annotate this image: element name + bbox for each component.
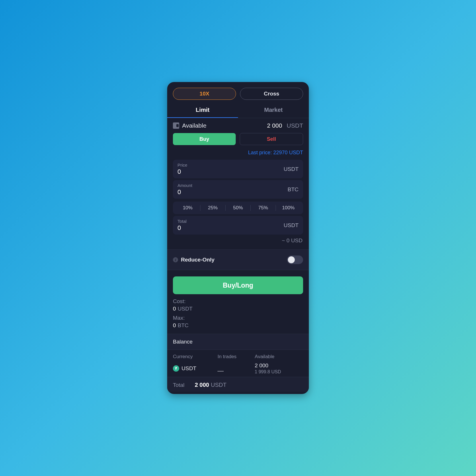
amount-unit: BTC [288, 186, 299, 193]
price-field[interactable]: Price USDT [173, 160, 303, 178]
balance-row: ₮ USDT __ 2 000 1 999.8 USD [173, 362, 303, 374]
available-row: Available 2 000 USDT [167, 118, 309, 132]
reduce-only-toggle[interactable] [287, 255, 303, 264]
sell-side-button[interactable]: Sell [240, 133, 303, 145]
last-price-link[interactable]: Last price: 22970 USDT [167, 148, 309, 158]
side-row: Buy Sell [167, 132, 309, 148]
amount-field[interactable]: Amount BTC [173, 180, 303, 199]
percent-preset-75[interactable]: 75% [251, 205, 276, 211]
available-unit: USDT [287, 122, 303, 129]
total-unit: USDT [284, 222, 299, 229]
order-type-tabs: Limit Market [167, 103, 309, 118]
order-meta: Cost: 0 USDT Max: 0 BTC [167, 298, 309, 334]
order-panel: 10X Cross Limit Market Available 2 000 U… [167, 82, 309, 394]
leverage-pill[interactable]: 10X [173, 88, 236, 100]
balance-available: 2 000 [255, 362, 303, 369]
available-amount: 2 000 [267, 122, 282, 129]
percent-preset-50[interactable]: 50% [226, 205, 251, 211]
price-unit: USDT [284, 166, 299, 172]
tab-limit[interactable]: Limit [167, 103, 238, 118]
balance-table: Currency In trades Available ₮ USDT __ 2… [167, 350, 309, 377]
amount-label: Amount [177, 183, 299, 188]
percent-preset-100[interactable]: 100% [276, 205, 301, 211]
balance-total-row: Total 2 000USDT [167, 377, 309, 392]
total-label: Total [177, 219, 299, 224]
max-label: Max: [173, 315, 185, 321]
info-icon[interactable]: i [173, 257, 178, 262]
price-label: Price [177, 163, 299, 167]
usdt-icon: ₮ [173, 365, 179, 372]
reduce-only-label: Reduce-Only [181, 257, 284, 263]
balance-total-label: Total [173, 382, 184, 388]
balance-in-trades: __ [218, 365, 255, 372]
col-available: Available [255, 354, 303, 360]
cost-label: Cost: [173, 298, 186, 305]
amount-input[interactable] [177, 188, 299, 196]
balance-symbol: USDT [182, 365, 196, 372]
balance-total-value: 2 000 [195, 382, 209, 388]
submit-buy-long-button[interactable]: Buy/Long [173, 276, 303, 294]
price-input[interactable] [177, 167, 299, 175]
toggle-knob [288, 256, 295, 263]
cost-value: 0 [173, 306, 176, 312]
available-label: Available [182, 122, 206, 129]
margin-mode-pill[interactable]: Cross [240, 88, 303, 100]
wallet-icon [173, 122, 179, 129]
tab-market[interactable]: Market [238, 103, 309, 118]
buy-side-button[interactable]: Buy [173, 133, 236, 145]
approx-usd: ~ 0 USD [167, 236, 309, 247]
percent-preset-row: 10% 25% 50% 75% 100% [173, 202, 303, 214]
balance-total-unit: USDT [211, 382, 226, 388]
total-input[interactable] [177, 224, 299, 232]
percent-preset-10[interactable]: 10% [175, 205, 200, 211]
cost-unit: USDT [178, 306, 193, 312]
balance-header: Balance [167, 334, 309, 350]
percent-preset-25[interactable]: 25% [200, 205, 226, 211]
total-field[interactable]: Total USDT [173, 216, 303, 235]
col-in-trades: In trades [218, 354, 255, 360]
col-currency: Currency [173, 354, 218, 360]
max-value: 0 [173, 322, 176, 329]
top-pill-row: 10X Cross [167, 82, 309, 103]
reduce-only-row: i Reduce-Only [167, 249, 309, 270]
balance-available-usd: 1 999.8 USD [255, 369, 303, 374]
max-unit: BTC [178, 322, 189, 329]
